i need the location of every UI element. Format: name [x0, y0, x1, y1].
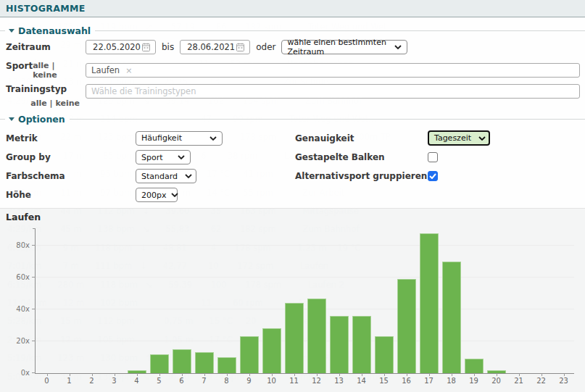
sport-tag-laufen: Laufen [91, 65, 120, 75]
x-axis-tick [474, 373, 475, 376]
gestapelte-balken-checkbox[interactable] [428, 152, 438, 162]
y-axis-tick [32, 341, 36, 341]
date-to-value[interactable]: 28.06.2021 [186, 42, 236, 52]
bis-label: bis [162, 42, 174, 52]
x-axis-tick [384, 373, 385, 376]
hoehe-value: 200px [141, 191, 167, 200]
x-axis-label: 8 [215, 377, 238, 385]
genauigkeit-label: Genauigkeit [295, 133, 428, 143]
page-header: HISTOGRAMME [0, 0, 585, 17]
x-axis-label: 13 [328, 377, 350, 385]
x-axis-label: 1 [58, 377, 80, 385]
bar-hour-15[interactable] [375, 336, 394, 373]
y-axis-label: 80x [5, 241, 30, 249]
bar-hour-12[interactable] [307, 299, 326, 373]
bar-hour-9[interactable] [240, 336, 259, 373]
trainingstyp-input[interactable]: Wähle die Trainingstypen [86, 84, 580, 99]
histogramme-page: 5:42/km 125 m 119 bpm ↗ 57,19 86 182 spm… [0, 0, 585, 392]
gridline [36, 245, 574, 246]
bar-hour-10[interactable] [262, 328, 281, 373]
y-axis-label: 40x [5, 305, 30, 313]
chevron-down-icon [394, 45, 402, 49]
bar-hour-11[interactable] [285, 303, 304, 373]
x-axis-label: 15 [373, 377, 395, 385]
x-axis-label: 12 [305, 377, 328, 385]
x-axis-label: 4 [125, 377, 148, 385]
date-to-input[interactable]: 28.06.2021 [180, 40, 250, 54]
farbschema-select[interactable]: Standard [136, 169, 196, 183]
bar-hour-19[interactable] [465, 359, 484, 373]
bar-hour-7[interactable] [195, 352, 214, 373]
bar-hour-6[interactable] [173, 349, 191, 373]
zeitraum-preset-select[interactable]: wähle einen bestimmten Zeitraum [281, 40, 407, 54]
check-icon [429, 173, 436, 179]
x-axis-label: 9 [238, 377, 260, 385]
y-axis-label: 60x [5, 273, 30, 281]
bar-hour-16[interactable] [397, 279, 416, 373]
metrik-select[interactable]: Häufigkeit [136, 131, 223, 146]
x-axis-label: 11 [283, 377, 305, 385]
date-from-input[interactable]: 22.05.2020 [86, 40, 156, 54]
gridline [36, 277, 574, 278]
groupby-select[interactable]: Sport [136, 150, 191, 164]
x-axis-label: 18 [440, 377, 462, 385]
metrik-label: Metrik [6, 133, 136, 143]
y-axis-tick [32, 309, 36, 309]
alternativsport-checkbox[interactable] [428, 171, 438, 181]
sport-tags-input[interactable]: Laufen × [86, 63, 580, 78]
bar-hour-8[interactable] [217, 357, 236, 373]
section-datenauswahl-header[interactable]: Datenauswahl [0, 26, 585, 36]
calendar-icon[interactable] [236, 43, 244, 51]
x-axis-tick [159, 373, 160, 376]
legend-line-left [0, 30, 5, 31]
y-axis-tick [32, 277, 36, 278]
bar-hour-13[interactable] [330, 316, 349, 373]
sport-alle-keine-links[interactable]: alle | keine [33, 61, 80, 80]
x-axis-tick [317, 373, 318, 376]
bar-hour-17[interactable] [420, 233, 439, 373]
gridline [36, 341, 574, 341]
x-axis-tick [294, 373, 295, 376]
trainingstyp-alle-keine-links[interactable]: alle | keine [6, 99, 80, 108]
x-axis-tick [362, 373, 362, 376]
hoehe-select[interactable]: 200px [136, 188, 178, 202]
remove-tag-icon[interactable]: × [125, 66, 132, 75]
x-axis-label: 20 [485, 377, 507, 385]
x-axis-tick [429, 373, 430, 376]
zeitraum-preset-value: wähle einen bestimmten Zeitraum [287, 38, 387, 57]
gridline [36, 309, 574, 309]
x-axis-label: 14 [350, 377, 373, 385]
page-title: HISTOGRAMME [6, 3, 86, 14]
x-axis-label: 3 [103, 377, 125, 385]
x-axis-tick [564, 373, 565, 376]
trainingstyp-label: Trainingstyp [6, 84, 80, 94]
x-axis-tick [115, 373, 115, 376]
genauigkeit-value: Tageszeit [434, 133, 471, 143]
calendar-icon[interactable] [142, 43, 150, 51]
x-axis-tick [137, 373, 138, 376]
x-axis-label: 10 [260, 377, 283, 385]
collapse-triangle-icon[interactable] [9, 117, 14, 121]
date-from-value[interactable]: 22.05.2020 [91, 42, 142, 52]
x-axis-label: 19 [462, 377, 485, 385]
y-axis-tick [32, 372, 36, 373]
x-axis-label: 21 [507, 377, 530, 385]
bar-hour-5[interactable] [150, 354, 169, 373]
sport-label: Sport [6, 61, 33, 80]
section-datenauswahl-title[interactable]: Datenauswahl [18, 25, 91, 36]
x-axis-tick [519, 373, 520, 376]
bar-hour-14[interactable] [352, 316, 371, 373]
section-optionen-header[interactable]: Optionen [0, 114, 585, 124]
x-axis-tick [182, 373, 183, 376]
alternativsport-label: Alternativsport gruppieren [295, 171, 428, 181]
x-axis-label: 0 [36, 377, 58, 385]
section-optionen-title[interactable]: Optionen [18, 114, 65, 125]
x-axis-label: 22 [530, 377, 552, 385]
legend-line-right [95, 30, 585, 31]
collapse-triangle-icon[interactable] [9, 29, 14, 33]
genauigkeit-select[interactable]: Tageszeit [428, 130, 490, 146]
x-axis-tick [272, 373, 273, 376]
y-axis-label: 0x [5, 369, 30, 377]
hoehe-label: Höhe [6, 190, 136, 200]
bar-hour-18[interactable] [442, 262, 461, 373]
